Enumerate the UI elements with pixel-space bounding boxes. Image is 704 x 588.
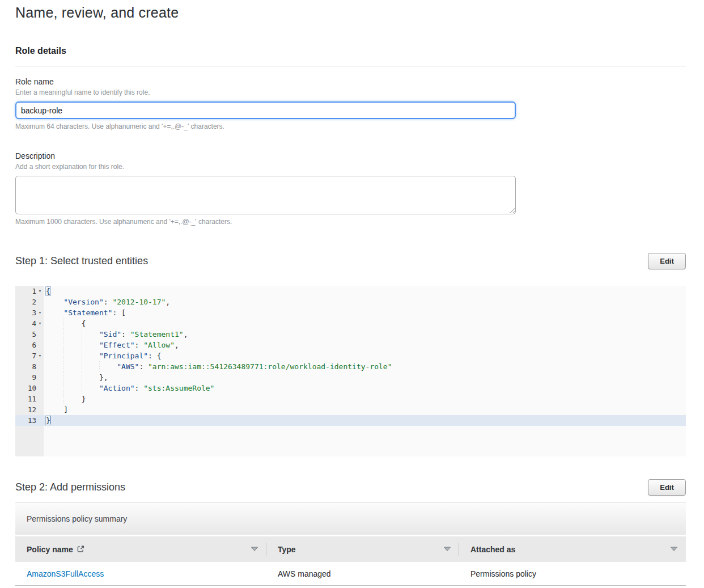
step2-edit-button[interactable]: Edit <box>648 479 686 496</box>
description-constraint: Maximum 1000 characters. Use alphanumeri… <box>15 218 686 226</box>
role-details-heading: Role details <box>15 46 686 56</box>
line-number: 5 <box>15 329 44 340</box>
divider <box>15 66 686 66</box>
column-header-attached-as[interactable]: Attached as <box>459 536 686 562</box>
permissions-panel-header: Permissions policy summary <box>15 502 686 535</box>
line-number: 7▾ <box>15 350 44 361</box>
code-line[interactable]: { <box>44 286 686 297</box>
description-hint: Add a short explanation for this role. <box>15 163 686 171</box>
table-row: AmazonS3FullAccess AWS managed Permissio… <box>15 562 686 586</box>
line-number: 4▾ <box>15 318 44 329</box>
line-number: 11 <box>15 394 44 404</box>
cell-policy-name: AmazonS3FullAccess <box>15 562 266 585</box>
step1-heading: Step 1: Select trusted entities <box>15 255 148 267</box>
line-number: 3▾ <box>15 307 44 318</box>
line-number: 9 <box>15 372 44 383</box>
filter-dropdown-icon[interactable] <box>251 547 258 552</box>
filter-dropdown-icon[interactable] <box>670 547 678 552</box>
cell-type: AWS managed <box>266 562 459 585</box>
cell-attached-as: Permissions policy <box>459 562 686 585</box>
policy-name-link[interactable]: AmazonS3FullAccess <box>27 569 104 578</box>
code-line[interactable]: } <box>44 394 686 404</box>
line-number: 10 <box>15 383 44 394</box>
description-field: Description Add a short explanation for … <box>15 151 686 226</box>
code-line[interactable]: "Action": "sts:AssumeRole" <box>44 383 686 394</box>
role-name-label: Role name <box>15 77 686 86</box>
fold-toggle-icon[interactable]: ▾ <box>36 318 44 329</box>
fold-toggle-icon[interactable]: ▾ <box>36 350 44 361</box>
column-label: Type <box>278 545 296 554</box>
step2-header-row: Step 2: Add permissions Edit <box>15 479 686 496</box>
column-label: Attached as <box>470 545 515 554</box>
column-header-type[interactable]: Type <box>266 536 459 562</box>
step1-header-row: Step 1: Select trusted entities Edit <box>15 253 686 269</box>
code-line[interactable]: "Statement": [ <box>44 307 686 318</box>
editor-gutter: 1▾23▾4▾567▾8910111213 <box>15 286 44 456</box>
role-name-field: Role name Enter a meaningful name to ide… <box>15 77 686 130</box>
line-number: 1▾ <box>15 286 44 297</box>
fold-toggle-icon[interactable]: ▾ <box>36 307 44 318</box>
fold-toggle-icon[interactable]: ▾ <box>36 286 44 297</box>
code-line[interactable]: "Principal": { <box>44 350 686 361</box>
description-textarea[interactable] <box>15 176 516 214</box>
column-header-policy-name[interactable]: Policy name <box>15 536 266 562</box>
editor-code[interactable]: { "Version": "2012-10-17", "Statement": … <box>44 286 686 456</box>
line-number: 2 <box>15 297 44 307</box>
role-name-hint: Enter a meaningful name to identify this… <box>15 88 686 96</box>
table-header-row: Policy name Type <box>15 536 686 562</box>
text-cursor <box>50 416 52 424</box>
line-number: 6 <box>15 340 44 350</box>
page-content: Name, review, and create Role details Ro… <box>15 0 686 586</box>
permissions-table: Policy name Type <box>15 536 686 586</box>
role-name-input[interactable] <box>15 101 516 119</box>
code-line[interactable]: }, <box>44 372 686 383</box>
column-label: Policy name <box>27 545 73 554</box>
code-line[interactable]: "Sid": "Statement1", <box>44 329 686 340</box>
external-link-icon <box>77 545 84 553</box>
step2-heading: Step 2: Add permissions <box>15 481 125 493</box>
permissions-panel-title: Permissions policy summary <box>27 514 127 523</box>
code-line[interactable]: ] <box>44 404 686 415</box>
step1-edit-button[interactable]: Edit <box>648 253 686 269</box>
code-line[interactable]: "Version": "2012-10-17", <box>44 297 686 307</box>
line-number: 13 <box>15 415 44 426</box>
line-number: 12 <box>15 404 44 415</box>
line-number: 8 <box>15 361 44 372</box>
code-line[interactable]: "AWS": "arn:aws:iam::541263489771:role/w… <box>44 361 686 372</box>
page-title: Name, review, and create <box>15 5 686 21</box>
code-line[interactable]: "Effect": "Allow", <box>44 340 686 350</box>
code-line[interactable]: { <box>44 318 686 329</box>
description-label: Description <box>15 151 686 160</box>
filter-dropdown-icon[interactable] <box>443 547 451 552</box>
trust-policy-editor[interactable]: 1▾23▾4▾567▾8910111213 { "Version": "2012… <box>15 286 686 456</box>
role-name-constraint: Maximum 64 characters. Use alphanumeric … <box>15 122 686 130</box>
code-line[interactable]: } <box>44 415 686 426</box>
